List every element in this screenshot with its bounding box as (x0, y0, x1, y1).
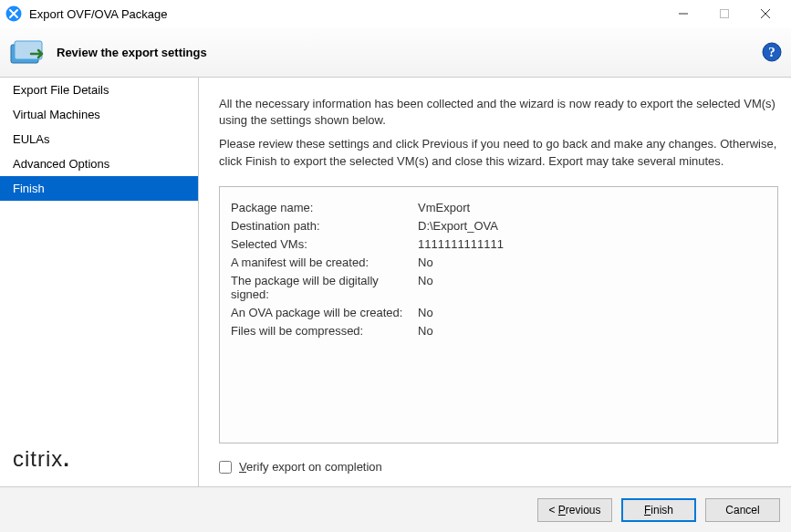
setting-manifest: A manifest will be created: No (231, 256, 766, 269)
instruction-2: Please review these settings and click P… (219, 136, 778, 169)
setting-compressed: Files will be compressed: No (231, 324, 766, 338)
close-button[interactable] (744, 1, 786, 26)
sidebar-item-virtual-machines[interactable]: Virtual Machines (0, 102, 198, 127)
window-controls (662, 1, 786, 26)
title-bar: Export OVF/OVA Package (0, 0, 791, 27)
instruction-1: All the necessary information has been c… (219, 96, 778, 129)
setting-selected-vms: Selected VMs: 1111111111111 (231, 237, 766, 251)
setting-label: Files will be compressed: (231, 324, 418, 338)
help-icon[interactable]: ? (762, 42, 782, 62)
setting-ova-package: An OVA package will be created: No (231, 306, 766, 319)
minimize-button[interactable] (662, 1, 703, 26)
wizard-title: Review the export settings (57, 46, 762, 59)
cancel-button[interactable]: Cancel (705, 498, 780, 522)
window-title: Export OVF/OVA Package (29, 7, 662, 21)
setting-value: 1111111111111 (418, 237, 766, 251)
setting-value: D:\Export_OVA (418, 219, 766, 233)
setting-label: An OVA package will be created: (231, 306, 418, 319)
verify-export-label[interactable]: Verify export on completion (239, 460, 382, 474)
wizard-header: Review the export settings ? (0, 27, 791, 78)
setting-value: VmExport (418, 201, 766, 214)
setting-label: Selected VMs: (231, 237, 418, 251)
sidebar-item-finish[interactable]: Finish (0, 176, 198, 201)
body-area: Export File Details Virtual Machines EUL… (0, 78, 791, 486)
wizard-icon (9, 36, 46, 68)
main-panel: All the necessary information has been c… (199, 78, 791, 486)
sidebar-item-advanced-options[interactable]: Advanced Options (0, 151, 198, 176)
setting-label: Package name: (231, 201, 418, 214)
settings-summary: Package name: VmExport Destination path:… (219, 186, 778, 443)
app-icon (5, 5, 22, 22)
verify-export-row: Verify export on completion (219, 460, 778, 474)
setting-value: No (418, 274, 766, 301)
setting-label: Destination path: (231, 219, 418, 233)
previous-button[interactable]: < Previous (537, 498, 612, 522)
setting-digitally-signed: The package will be digitally signed: No (231, 274, 766, 301)
footer-bar: < Previous Finish Cancel (0, 486, 791, 532)
setting-label: The package will be digitally signed: (231, 274, 418, 301)
setting-value: No (418, 324, 766, 338)
sidebar-item-eulas[interactable]: EULAs (0, 127, 198, 151)
brand-logo: citrix. (13, 446, 70, 472)
setting-value: No (418, 256, 766, 269)
maximize-button (703, 1, 744, 26)
sidebar-item-export-file-details[interactable]: Export File Details (0, 78, 198, 102)
finish-button[interactable]: Finish (621, 498, 696, 522)
verify-export-checkbox[interactable] (219, 461, 232, 474)
setting-package-name: Package name: VmExport (231, 201, 766, 214)
sidebar: Export File Details Virtual Machines EUL… (0, 78, 199, 486)
svg-text:?: ? (768, 45, 775, 59)
setting-destination-path: Destination path: D:\Export_OVA (231, 219, 766, 233)
svg-rect-2 (720, 10, 728, 18)
setting-value: No (418, 306, 766, 319)
setting-label: A manifest will be created: (231, 256, 418, 269)
